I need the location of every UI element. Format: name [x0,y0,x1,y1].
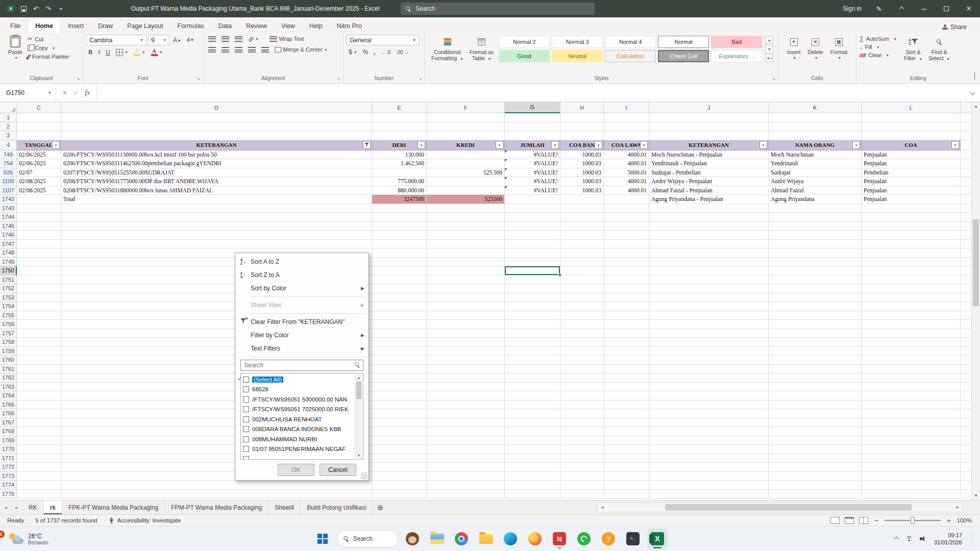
cell-H1761[interactable] [560,365,604,374]
clock[interactable]: 09:17 31/01/2026 [934,532,962,546]
cell-F1761[interactable] [427,365,505,374]
vertical-scrollbar[interactable]: ▲ ▼ [971,102,980,500]
cell-H1743[interactable] [560,204,604,213]
cell-H1775[interactable] [560,490,604,499]
font-dialog-launcher-icon[interactable]: ↘ [195,76,201,82]
header-cell-C[interactable]: TANGGAL▼ [17,140,61,151]
cell-C1754[interactable] [17,302,61,311]
header-cell-H[interactable]: COA BAN▼ [560,140,604,151]
cell-J749[interactable]: Moch Nurochman - Penjualan [649,151,769,160]
cell-J1775[interactable] [649,490,769,499]
cell-C1748[interactable] [17,248,61,258]
row-header-1769[interactable]: 1769 [0,436,17,445]
row-header-1749[interactable]: 1749 [0,258,17,267]
cell-J1748[interactable] [649,248,769,258]
delete-cells-button[interactable]: × Delete▼ [804,35,826,74]
cell-J1770[interactable] [649,445,769,454]
cell-I1757[interactable] [604,329,649,338]
cell-H1763[interactable] [560,383,604,392]
ribbon-tab-page-layout[interactable]: Page Layout [120,19,170,33]
row-header-1743[interactable]: 1743 [0,204,17,213]
checkbox-icon[interactable] [243,396,249,403]
cell-K1770[interactable] [769,445,862,454]
insert-function-icon[interactable]: fx [85,89,90,97]
cell-F1759[interactable] [427,347,505,356]
cell-E1[interactable] [372,113,427,122]
clipboard-dialog-launcher-icon[interactable]: ↘ [76,76,81,82]
cell-H1756[interactable] [560,320,604,329]
new-sheet-button[interactable]: ⊕ [373,500,387,514]
align-bottom-icon[interactable] [233,36,244,42]
cell-G1768[interactable] [505,427,560,436]
gallery-up-icon[interactable]: ▲ [765,36,773,44]
cell-H1758[interactable] [560,338,604,347]
row-header-1755[interactable]: 1755 [0,311,17,320]
sheet-tab-fpk-pt-warna-media-packaging[interactable]: FPK-PT Warna Media Packaging [62,500,165,514]
cell-H1752[interactable] [560,284,604,293]
cell-I1748[interactable] [604,248,649,258]
cell-H1770[interactable] [560,445,604,454]
ribbon-tab-home[interactable]: Home [28,18,61,33]
cell-H1747[interactable] [560,240,604,249]
edge-icon[interactable] [500,529,521,549]
cell-L1745[interactable] [862,222,961,231]
cell-L1751[interactable] [862,276,961,285]
cell-H926[interactable]: 1000.03 [560,168,604,178]
cell-G1775[interactable] [505,490,560,499]
row-header-1107[interactable]: 1107 [0,186,17,195]
cell-I1773[interactable] [604,472,649,481]
cell-E1763[interactable] [372,383,427,392]
cell-D1746[interactable] [61,231,372,240]
cell-G1743[interactable] [505,204,560,213]
cell-L1757[interactable] [862,329,961,338]
header-cell-G[interactable]: JUMLAH▼ [505,140,560,151]
cell-D1745[interactable] [61,222,372,231]
horizontal-scrollbar[interactable]: ◄ ► [597,503,963,512]
cell-G1749[interactable] [505,258,560,267]
row-header-1745[interactable]: 1745 [0,222,17,231]
cell-E1774[interactable] [372,481,427,490]
align-right-icon[interactable] [233,46,244,53]
checkbox-icon[interactable] [243,386,249,392]
cell-E1770[interactable] [372,445,427,454]
row-header-1750[interactable]: 1750 [0,266,17,276]
cell-J1749[interactable] [649,258,769,267]
start-button[interactable] [312,529,333,549]
row-header-1764[interactable]: 1764 [0,391,17,400]
vertical-scroll-thumb[interactable] [973,219,979,306]
decrease-indent-icon[interactable] [246,46,258,53]
header-cell-I[interactable]: COA LAWA▼ [604,140,649,151]
row-header-1763[interactable]: 1763 [0,383,17,392]
cell-F1775[interactable] [427,490,505,499]
cell-K1751[interactable] [769,276,862,285]
filter-button-coa-ban[interactable]: ▼ [595,141,602,149]
cell-F1763[interactable] [427,383,505,392]
cell-G1100[interactable]: #VALUE! [505,177,560,186]
checkbox-icon[interactable] [243,426,249,432]
accessibility-status[interactable]: Accessibility: Investigate [109,517,181,523]
cell-G1762[interactable] [505,373,560,383]
cell-E1746[interactable] [372,231,427,240]
cell-E1775[interactable] [372,490,427,499]
whatsapp-icon[interactable] [574,529,594,549]
cell-J1772[interactable] [649,463,769,472]
column-header-G[interactable]: G [505,102,560,113]
cell-E1759[interactable] [372,347,427,356]
cell-H1774[interactable] [560,481,604,490]
cell-H754[interactable]: 1000.03 [560,159,604,168]
cell-I1[interactable] [604,113,649,122]
ribbon-tab-view[interactable]: View [274,19,302,33]
filter-button-coa[interactable]: ▼ [951,141,959,149]
cell-J1760[interactable] [649,356,769,365]
cell-F1770[interactable] [427,445,505,454]
cell-E1747[interactable] [372,240,427,249]
cell-E1765[interactable] [372,400,427,410]
row-header-1766[interactable]: 1766 [0,409,17,418]
gallery-down-icon[interactable]: ▼ [765,45,773,53]
filter-list-item-partial[interactable] [243,454,354,460]
cell-J1751[interactable] [649,276,769,285]
filter-button-nama-orang[interactable]: ▼ [852,141,860,149]
checkbox-icon[interactable] [243,406,249,412]
cell-H1759[interactable] [560,347,604,356]
column-header-F[interactable]: F [427,102,505,113]
